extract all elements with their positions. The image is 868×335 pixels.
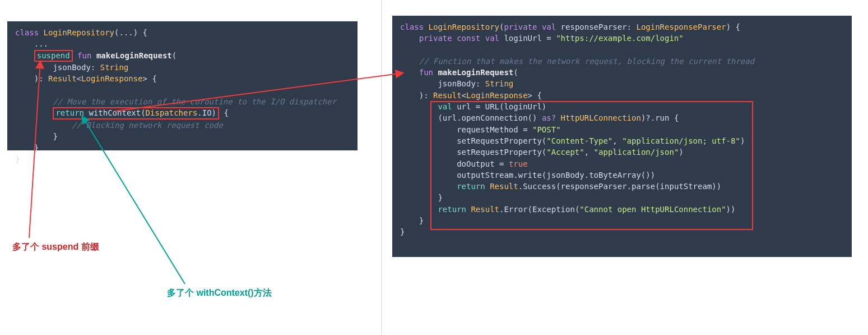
code-token: .IO) bbox=[197, 108, 216, 117]
code-token: makeLoginRequest bbox=[438, 68, 513, 77]
code-token: } bbox=[400, 227, 405, 236]
code-comment: // Move the execution of the coroutine t… bbox=[15, 97, 336, 106]
right-body-highlight-box bbox=[430, 101, 753, 230]
code-comment: // Function that makes the network reque… bbox=[400, 57, 754, 66]
code-token: ( bbox=[513, 68, 518, 77]
code-token: Result bbox=[48, 74, 77, 83]
code-comment: // Blocking network request code bbox=[15, 121, 223, 130]
code-token: "https://example.com/login" bbox=[556, 34, 684, 43]
withcontext-highlight-box: return withContext(Dispatchers.IO) bbox=[53, 107, 219, 120]
code-token: withContext( bbox=[89, 108, 145, 117]
code-token: String bbox=[100, 63, 129, 72]
code-token: < bbox=[77, 74, 81, 83]
code-token: LoginRepository bbox=[44, 28, 114, 37]
code-token: LoginRepository bbox=[429, 22, 499, 31]
code-token: private val bbox=[504, 22, 560, 31]
withcontext-annotation-label: 多了个 withContext()方法 bbox=[167, 286, 272, 299]
diagram-stage: class LoginRepository(...) { ... suspend… bbox=[0, 0, 868, 335]
code-token: LoginResponseParser bbox=[636, 22, 726, 31]
code-token: fun bbox=[400, 68, 438, 77]
code-token: } bbox=[15, 143, 39, 152]
code-token: class bbox=[400, 22, 429, 31]
code-token: ( bbox=[172, 51, 177, 60]
code-token: suspend bbox=[37, 51, 70, 60]
code-token: ) { bbox=[726, 22, 740, 31]
code-token: jsonBody: bbox=[400, 79, 485, 88]
code-token: } bbox=[15, 155, 20, 164]
code-token: fun bbox=[73, 51, 96, 60]
code-token: ): bbox=[400, 91, 433, 100]
code-token: } bbox=[15, 132, 58, 141]
code-token: ): bbox=[15, 74, 48, 83]
code-token: String bbox=[485, 79, 514, 88]
code-token: < bbox=[462, 91, 466, 100]
vertical-divider bbox=[381, 0, 382, 335]
code-token: (...) { bbox=[114, 28, 147, 37]
code-token: loginUrl = bbox=[504, 34, 556, 43]
code-token: responseParser: bbox=[561, 22, 637, 31]
code-token: { bbox=[219, 108, 229, 117]
code-token: jsonBody: bbox=[15, 63, 100, 72]
code-token: makeLoginRequest bbox=[96, 51, 172, 60]
code-token: return bbox=[55, 108, 89, 117]
code-token: } bbox=[400, 216, 424, 225]
code-token: ... bbox=[15, 39, 48, 48]
suspend-annotation-label: 多了个 suspend 前缀 bbox=[12, 240, 99, 253]
code-token: > { bbox=[528, 91, 542, 100]
code-token: class bbox=[15, 28, 44, 37]
code-token: LoginResponse bbox=[466, 91, 528, 100]
code-token: LoginResponse bbox=[81, 74, 143, 83]
code-token: private const val bbox=[400, 34, 504, 43]
code-token: Result bbox=[433, 91, 462, 100]
code-token: > { bbox=[143, 74, 157, 83]
left-code-block: class LoginRepository(...) { ... suspend… bbox=[7, 21, 358, 150]
code-token: Dispatchers bbox=[146, 108, 198, 117]
suspend-highlight-box: suspend bbox=[34, 50, 73, 62]
